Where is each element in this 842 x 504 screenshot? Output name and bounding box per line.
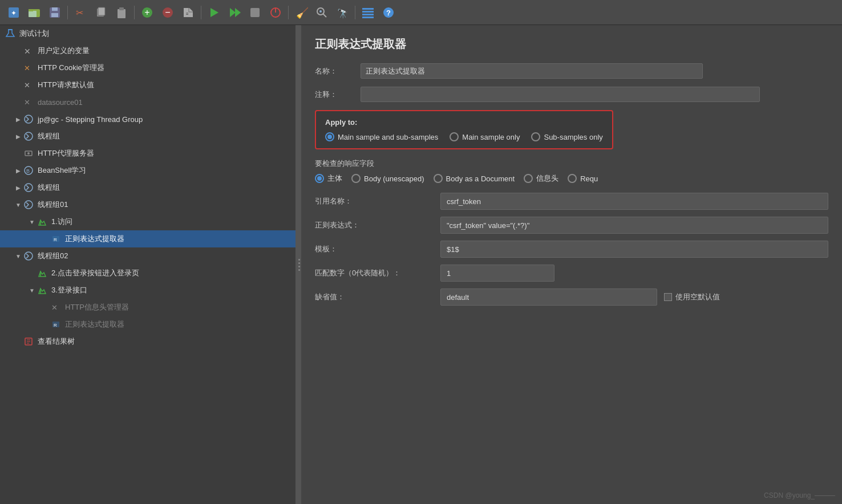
name-input[interactable] bbox=[361, 63, 703, 79]
radio-body-doc[interactable]: Body as a Document bbox=[434, 174, 515, 183]
panel-divider[interactable] bbox=[297, 25, 301, 504]
copy-btn[interactable] bbox=[92, 3, 110, 22]
datasource-label: datasource01 bbox=[38, 98, 83, 107]
tree-item-http-header[interactable]: ✕ HTTP信息头管理器 bbox=[0, 299, 295, 316]
tree-item-http-defaults[interactable]: ✕ HTTP请求默认值 bbox=[0, 76, 295, 94]
svg-text:✕: ✕ bbox=[24, 98, 30, 107]
stepping-label: jp@gc - Stepping Thread Group bbox=[38, 115, 143, 124]
radio-sub-only[interactable]: Sub-samples only bbox=[531, 132, 602, 141]
help-btn[interactable]: ? bbox=[379, 3, 398, 22]
radio-main-sub[interactable]: Main sample and sub-samples bbox=[325, 132, 438, 141]
radio-info-head-label: 信息头 bbox=[536, 173, 558, 184]
no-arrow6 bbox=[41, 234, 50, 243]
run-no-pause-btn[interactable] bbox=[225, 3, 244, 22]
tree-item-login-api[interactable]: ▼ 3.登录接口 bbox=[0, 282, 295, 299]
visit1-icon bbox=[37, 216, 48, 227]
thread02-icon bbox=[23, 250, 34, 262]
template-label: 模板： bbox=[315, 244, 440, 254]
thread01-arrow: ▼ bbox=[14, 200, 23, 209]
svg-text:B: B bbox=[26, 168, 30, 174]
svg-rect-30 bbox=[362, 11, 374, 13]
svg-text:R: R bbox=[54, 323, 57, 328]
click-login-icon bbox=[37, 267, 48, 279]
use-empty-box bbox=[664, 293, 672, 301]
comment-label: 注释： bbox=[315, 90, 361, 100]
radio-main-only-label: Main sample only bbox=[462, 133, 520, 141]
new-test-plan-btn[interactable]: ✦ bbox=[5, 3, 23, 22]
http-defaults-label: HTTP请求默认值 bbox=[38, 80, 94, 90]
run-btn[interactable] bbox=[205, 3, 223, 22]
svg-text:≡: ≡ bbox=[186, 11, 189, 17]
regex2-label: 正则表达式提取器 bbox=[65, 319, 124, 330]
thread2-label: 线程组 bbox=[38, 182, 60, 193]
ref-name-input[interactable] bbox=[440, 193, 828, 210]
svg-rect-3 bbox=[29, 11, 37, 17]
tree-item-proxy[interactable]: HTTP代理服务器 bbox=[0, 145, 295, 162]
radio-body-doc-label: Body as a Document bbox=[446, 174, 515, 183]
stop-btn[interactable] bbox=[246, 3, 264, 22]
thread01-label: 线程组01 bbox=[38, 200, 68, 210]
cut-btn[interactable]: ✂ bbox=[71, 3, 90, 22]
tree-item-regex1[interactable]: R 正则表达式提取器 bbox=[0, 230, 295, 247]
browse-btn[interactable]: ≡ bbox=[179, 3, 197, 22]
tree-item-click-login[interactable]: 2.点击登录按钮进入登录页 bbox=[0, 265, 295, 282]
broom-btn[interactable]: 🔭 bbox=[333, 3, 351, 22]
paste-btn[interactable] bbox=[112, 3, 131, 22]
tree-item-regex2[interactable]: R 正则表达式提取器 bbox=[0, 316, 295, 333]
tree-item-beanshell[interactable]: ▶ B BeanShell学习 bbox=[0, 162, 295, 179]
svg-text:✕: ✕ bbox=[24, 64, 30, 72]
svg-rect-7 bbox=[51, 13, 58, 17]
tree-item-cookie-mgr[interactable]: ✕ HTTP Cookie管理器 bbox=[0, 59, 295, 76]
default-input[interactable] bbox=[440, 288, 657, 306]
remove-btn[interactable]: − bbox=[159, 3, 177, 22]
tree-item-datasource[interactable]: ✕ datasource01 bbox=[0, 94, 295, 111]
response-field-label: 要检查的响应字段 bbox=[315, 158, 828, 169]
stepping-icon bbox=[23, 113, 34, 125]
svg-point-43 bbox=[27, 152, 30, 155]
svg-text:✂: ✂ bbox=[76, 8, 83, 18]
extractor2-icon: R bbox=[50, 319, 62, 330]
radio-info-head[interactable]: 信息头 bbox=[524, 173, 558, 184]
clear-btn[interactable]: 🧹 bbox=[292, 3, 310, 22]
svg-rect-6 bbox=[52, 7, 58, 11]
radio-main-only[interactable]: Main sample only bbox=[450, 132, 520, 141]
tree-item-visit1[interactable]: ▼ 1.访问 bbox=[0, 213, 295, 230]
save-btn[interactable] bbox=[46, 3, 64, 22]
radio-requ[interactable]: Requ bbox=[568, 174, 598, 183]
thread1-arrow: ▶ bbox=[14, 132, 23, 141]
right-panel: 正则表达式提取器 名称： 注释： Apply to: Main sample a… bbox=[301, 25, 842, 504]
regex-input[interactable] bbox=[440, 217, 828, 234]
radio-body[interactable]: 主体 bbox=[315, 173, 342, 184]
svg-text:R: R bbox=[54, 237, 57, 242]
radio-body-unescaped[interactable]: Body (unescaped) bbox=[351, 174, 424, 183]
separator-1 bbox=[67, 6, 68, 19]
tree-item-thread1[interactable]: ▶ 线程组 bbox=[0, 128, 295, 145]
visit1-arrow: ▼ bbox=[27, 217, 37, 226]
svg-text:🧹: 🧹 bbox=[296, 7, 308, 19]
search-btn[interactable] bbox=[313, 3, 331, 22]
separator-3 bbox=[201, 6, 201, 19]
bean-arrow: ▶ bbox=[14, 166, 23, 175]
comment-input[interactable] bbox=[361, 87, 760, 102]
use-empty-checkbox[interactable]: 使用空默认值 bbox=[664, 292, 720, 302]
template-input[interactable] bbox=[440, 241, 828, 258]
toolbar: ✦ ✂ + − ≡ 🧹 🔭 bbox=[0, 0, 842, 25]
radio-sub-only-btn bbox=[531, 132, 540, 141]
svg-point-27 bbox=[319, 10, 322, 13]
open-file-btn[interactable] bbox=[25, 3, 43, 22]
svg-rect-11 bbox=[118, 9, 126, 18]
tree-item-user-vars[interactable]: ✕ 用户定义的变量 bbox=[0, 42, 295, 59]
tree-item-results[interactable]: 查看结果树 bbox=[0, 333, 295, 350]
tree-item-stepping[interactable]: ▶ jp@gc - Stepping Thread Group bbox=[0, 111, 295, 128]
match-input[interactable] bbox=[440, 265, 554, 282]
shutdown-btn[interactable] bbox=[266, 3, 285, 22]
thread02-label: 线程组02 bbox=[38, 251, 68, 261]
tree-item-test-plan[interactable]: 测试计划 bbox=[0, 25, 295, 42]
tree-item-thread02[interactable]: ▼ 线程组02 bbox=[0, 247, 295, 265]
list-btn[interactable] bbox=[359, 3, 377, 22]
tree-item-thread01[interactable]: ▼ 线程组01 bbox=[0, 196, 295, 213]
add-btn[interactable]: + bbox=[138, 3, 156, 22]
default-label: 缺省值： bbox=[315, 292, 440, 302]
separator-2 bbox=[134, 6, 135, 19]
tree-item-thread2[interactable]: ▶ 线程组 bbox=[0, 179, 295, 196]
